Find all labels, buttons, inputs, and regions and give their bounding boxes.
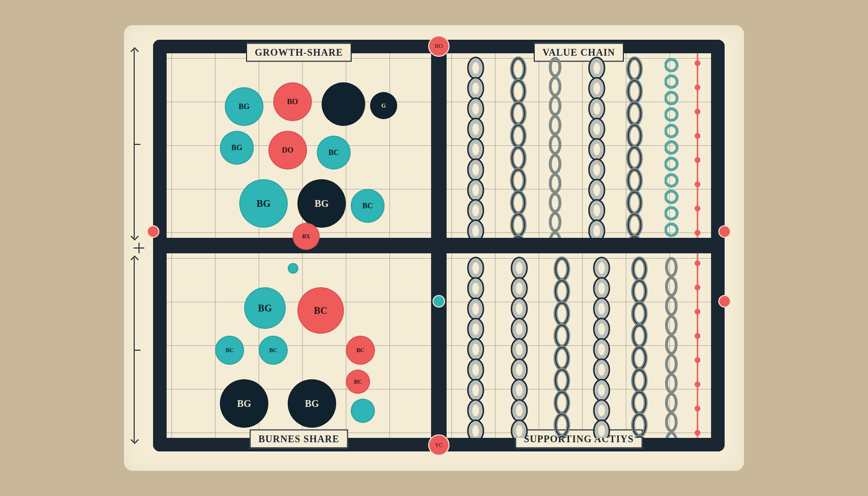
svg-point-107: [472, 303, 479, 315]
svg-point-47: [593, 62, 600, 74]
svg-point-169: [598, 385, 605, 396]
svg-point-165: [598, 344, 605, 356]
svg-point-38: [550, 97, 560, 115]
diagram-canvas: BO YC GROWTH-SHARE BGBOGBGDOBCBGBGBCBX V…: [124, 25, 744, 471]
bubble: BC: [317, 136, 351, 170]
svg-point-117: [472, 405, 479, 417]
svg-point-196: [666, 336, 676, 354]
svg-point-11: [472, 164, 479, 176]
svg-point-91: [666, 208, 677, 219]
bubble: BG: [288, 379, 336, 428]
svg-point-105: [472, 283, 479, 294]
svg-point-42: [550, 175, 560, 192]
panel-burnes-share: BURNES SHARE BGBCBCBCBCBGBGBC: [167, 253, 431, 438]
svg-point-92: [666, 224, 677, 236]
svg-point-208: [695, 382, 700, 388]
svg-point-85: [666, 109, 677, 121]
svg-point-57: [593, 164, 600, 176]
svg-point-205: [695, 309, 700, 315]
svg-point-55: [593, 144, 600, 155]
svg-point-125: [516, 303, 523, 315]
bubble: BC: [346, 370, 370, 394]
svg-point-89: [666, 175, 677, 186]
svg-point-129: [516, 344, 523, 356]
svg-point-195: [666, 317, 676, 334]
svg-point-13: [472, 185, 479, 196]
bubble: BX: [293, 223, 320, 250]
svg-point-90: [666, 191, 677, 203]
svg-point-59: [593, 185, 600, 196]
svg-point-99: [695, 182, 700, 187]
svg-point-5: [472, 103, 479, 115]
panel-value-chain: VALUE CHAIN: [447, 53, 711, 238]
edge-dot-right-upper: [718, 225, 731, 238]
svg-point-43: [550, 194, 560, 212]
svg-point-61: [593, 205, 600, 217]
left-axis-top: [134, 49, 142, 238]
svg-point-51: [593, 103, 600, 115]
svg-point-163: [598, 324, 605, 335]
svg-point-206: [695, 333, 700, 339]
svg-point-115: [472, 385, 479, 396]
svg-point-53: [593, 124, 600, 135]
svg-point-40: [550, 136, 560, 154]
bubble: [351, 399, 375, 423]
bubble: BC: [351, 189, 385, 223]
panel-supporting-activities: SUPPORTING ACTIYS: [447, 253, 711, 438]
svg-point-103: [472, 263, 479, 274]
svg-point-201: [666, 433, 676, 438]
label-burnes-share: BURNES SHARE: [249, 430, 348, 449]
bubble: BG: [239, 179, 288, 228]
svg-point-209: [695, 406, 700, 412]
svg-point-210: [695, 430, 700, 436]
svg-point-45: [550, 233, 560, 238]
svg-point-111: [472, 344, 479, 356]
svg-point-101: [695, 230, 700, 236]
svg-point-100: [695, 206, 700, 212]
svg-point-44: [550, 214, 560, 231]
svg-point-200: [666, 414, 676, 431]
svg-point-88: [666, 158, 677, 170]
quadrant-frame: BO YC GROWTH-SHARE BGBOGBGDOBCBGBGBCBX V…: [153, 40, 725, 451]
bubble: BC: [346, 336, 375, 365]
svg-point-17: [472, 225, 479, 237]
svg-point-97: [695, 133, 700, 139]
bubble: BG: [220, 131, 254, 165]
bubble: BG: [220, 379, 268, 428]
svg-point-198: [666, 375, 676, 392]
svg-point-127: [516, 324, 523, 335]
svg-point-159: [598, 283, 605, 294]
svg-point-36: [550, 59, 560, 76]
svg-point-133: [516, 385, 523, 396]
svg-point-123: [516, 283, 523, 294]
svg-point-171: [598, 405, 605, 417]
svg-point-119: [472, 425, 479, 437]
svg-point-204: [695, 285, 700, 291]
svg-point-113: [472, 364, 479, 376]
left-axis-cross: [134, 243, 144, 253]
edge-dot-right-lower: [718, 295, 731, 308]
svg-point-87: [666, 142, 677, 154]
svg-point-199: [666, 394, 676, 412]
svg-point-207: [695, 357, 700, 363]
bubble: DO: [268, 131, 307, 170]
svg-point-109: [472, 324, 479, 335]
label-growth-share: GROWTH-SHARE: [246, 43, 352, 62]
svg-point-86: [666, 125, 677, 137]
svg-point-131: [516, 364, 523, 376]
bubble: BG: [297, 179, 346, 228]
bubble: BC: [259, 336, 288, 365]
svg-point-82: [666, 60, 677, 71]
bubble: BG: [244, 287, 286, 329]
svg-point-194: [666, 297, 676, 315]
svg-point-173: [598, 425, 605, 437]
svg-point-15: [472, 205, 479, 217]
svg-point-197: [666, 356, 676, 373]
panel-growth-share: GROWTH-SHARE BGBOGBGDOBCBGBGBCBX: [167, 53, 431, 238]
svg-point-167: [598, 364, 605, 376]
svg-point-49: [593, 83, 600, 94]
bubble: BG: [225, 87, 264, 126]
bubble: BC: [215, 336, 244, 365]
svg-point-94: [695, 61, 700, 66]
svg-point-157: [598, 263, 605, 274]
